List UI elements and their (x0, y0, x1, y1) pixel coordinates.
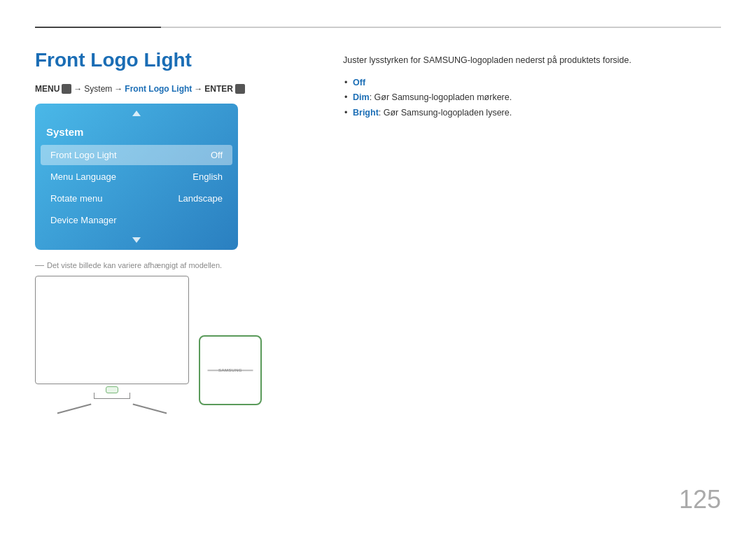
panel-closeup: SAMSUNG (199, 335, 262, 405)
menu-item-device-manager[interactable]: Device Manager (41, 210, 232, 230)
system-menu: System Front Logo Light Off Menu Languag… (35, 104, 238, 250)
bullet-bright-term: Bright (353, 108, 379, 118)
menu-item-rotate-menu-value: Landscape (178, 193, 223, 204)
tv-outline (35, 276, 189, 384)
menu-item-device-manager-label: Device Manager (50, 215, 117, 225)
tv-base-left (57, 403, 92, 413)
bullet-dim-text: : Gør Samsung-logopladen mørkere. (370, 92, 512, 102)
system-menu-title: System (35, 122, 238, 143)
arrow-down-icon (132, 237, 141, 243)
tv-logo-dot (106, 386, 118, 393)
bullet-list: Off Dim: Gør Samsung-logopladen mørkere.… (343, 76, 721, 120)
menu-item-front-logo-value: Off (211, 150, 223, 160)
tv-illustration: SAMSUNG (35, 276, 315, 412)
breadcrumb-highlight: Front Logo Light (125, 84, 192, 94)
page-number: 125 (679, 485, 721, 514)
right-column: Juster lysstyrken for SAMSUNG-logopladen… (343, 42, 721, 412)
note-dash: — (35, 260, 44, 270)
menu-item-front-logo[interactable]: Front Logo Light Off (41, 145, 232, 165)
menu-label: MENU (35, 84, 59, 94)
left-column: Front Logo Light MENU → System → Front L… (35, 42, 315, 412)
breadcrumb-arrow3: → (194, 84, 202, 94)
bullet-off-term: Off (353, 78, 365, 87)
bullet-item-bright: Bright: Gør Samsung-logopladen lysere. (343, 106, 721, 120)
tv-base-right (133, 403, 167, 413)
bullet-dim-term: Dim (353, 92, 370, 102)
menu-icon (62, 84, 71, 94)
enter-icon (235, 84, 245, 94)
note-text: Det viste billede kan variere afhængigt … (47, 261, 222, 269)
top-divider (35, 27, 721, 28)
breadcrumb-arrow1: → (74, 84, 82, 94)
breadcrumb-system: System (84, 84, 112, 94)
breadcrumb-enter: ENTER (204, 84, 233, 94)
menu-item-menu-language-label: Menu Language (50, 171, 116, 182)
arrow-up-icon (132, 111, 141, 116)
menu-item-rotate-menu-label: Rotate menu (50, 193, 102, 204)
note-line: — Det viste billede kan variere afhængig… (35, 260, 315, 270)
content-area: Front Logo Light MENU → System → Front L… (35, 42, 721, 412)
page-container: Front Logo Light MENU → System → Front L… (0, 0, 756, 534)
menu-item-menu-language[interactable]: Menu Language English (41, 167, 232, 187)
page-title: Front Logo Light (35, 49, 315, 71)
breadcrumb: MENU → System → Front Logo Light → ENTER (35, 84, 315, 94)
samsung-text: SAMSUNG (218, 368, 242, 372)
menu-item-menu-language-value: English (192, 171, 223, 182)
description-text: Juster lysstyrken for SAMSUNG-logopladen… (343, 53, 721, 67)
bullet-bright-text: : Gør Samsung-logopladen lysere. (379, 108, 512, 118)
menu-item-front-logo-label: Front Logo Light (50, 150, 117, 160)
bullet-item-dim: Dim: Gør Samsung-logopladen mørkere. (343, 90, 721, 105)
menu-item-rotate-menu[interactable]: Rotate menu Landscape (41, 188, 232, 209)
bullet-item-off: Off (343, 76, 721, 90)
breadcrumb-arrow2: → (114, 84, 122, 94)
